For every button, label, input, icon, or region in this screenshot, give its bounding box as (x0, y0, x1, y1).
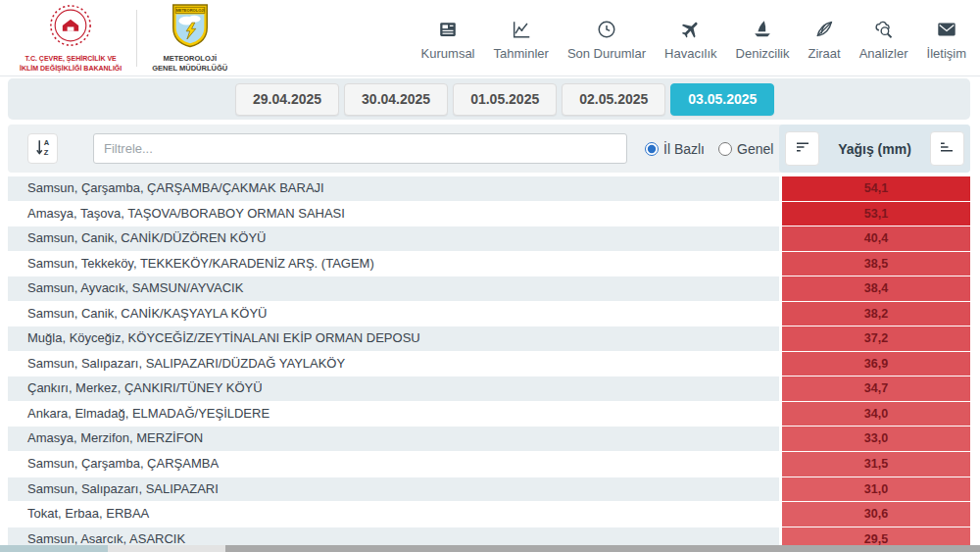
rainfall-value: 30,6 (782, 502, 970, 527)
station-name: Samsun, Canik, CANİK/DÜZÖREN KÖYÜ (8, 226, 779, 251)
nav-item-iletisim[interactable]: İletişim (927, 19, 966, 61)
rainfall-value: 38,2 (782, 302, 970, 326)
site-header: T.C. ÇEVRE, ŞEHİRCİLİK VE İKLİM DEĞİŞİKL… (0, 0, 980, 76)
scope-radio-group: İl BazlıGenel (645, 125, 773, 173)
horizontal-scrollbar (0, 545, 980, 552)
svg-text:Z: Z (43, 148, 48, 157)
mgm-name-line2: GENEL MÜDÜRLÜĞÜ (152, 64, 227, 74)
table-row: Samsun, Salıpazarı, SALIPAZARI31,0 (8, 477, 970, 502)
station-name: Amasya, Merzifon, MERZİFON (8, 427, 779, 451)
sort-alphabetical-button[interactable]: A Z (27, 133, 58, 164)
table-row: Amasya, Taşova, TAŞOVA/BORABOY ORMAN SAH… (8, 202, 970, 226)
table-row: Amasya, Merzifon, MERZİFON33,0 (8, 427, 970, 451)
station-name: Samsun, Tekkeköy, TEKKEKÖY/KARADENİZ ARŞ… (8, 252, 779, 276)
radio-label: İl Bazlı (663, 141, 705, 157)
radio-option-genel[interactable]: Genel (718, 141, 773, 157)
newspaper-icon (437, 19, 459, 40)
envelope-icon (936, 19, 957, 40)
rainfall-value: 36,9 (782, 352, 970, 376)
clock-icon (596, 19, 617, 40)
logo-divider (136, 10, 137, 67)
ministry-logo[interactable]: T.C. ÇEVRE, ŞEHİRCİLİK VE İKLİM DEĞİŞİKL… (20, 3, 122, 72)
rainfall-value: 54,1 (782, 176, 970, 201)
table-row: Samsun, Canik, CANİK/DÜZÖREN KÖYÜ40,4 (8, 226, 970, 251)
mgm-shield-icon: METEOROLOJİ (171, 3, 210, 52)
date-tab-30-04-2025[interactable]: 30.04.2025 (344, 83, 448, 116)
nav-item-label: Havacılık (664, 46, 716, 61)
scrollbar-thumb[interactable] (225, 545, 980, 552)
table-row: Samsun, Tekkeköy, TEKKEKÖY/KARADENİZ ARŞ… (8, 252, 970, 276)
value-column-label: Yağış (mm) (838, 141, 911, 157)
table-row: Ankara, Elmadağ, ELMADAĞ/YEŞİLDERE34,0 (8, 402, 970, 427)
date-tab-02-05-2025[interactable]: 02.05.2025 (562, 83, 665, 116)
radio-input-genel[interactable] (718, 142, 732, 156)
line-chart-icon (511, 19, 532, 40)
table-row: Samsun, Salıpazarı, SALIPAZARI/DÜZDAĞ YA… (8, 352, 970, 376)
nav-item-ziraat[interactable]: Ziraat (808, 19, 840, 61)
sort-ascending-button[interactable] (930, 131, 964, 166)
station-name: Muğla, Köyceğiz, KÖYCEĞİZ/ZEYTİNALANI EK… (8, 326, 779, 351)
sort-ascending-icon (938, 138, 956, 159)
rainfall-value: 31,0 (782, 477, 970, 502)
ministry-name-line1: T.C. ÇEVRE, ŞEHİRCİLİK VE (20, 54, 122, 63)
radio-label: Genel (737, 141, 773, 157)
filter-band: A Z İl BazlıGenel Yağış (mm) (8, 125, 970, 173)
mgm-name-line1: METEOROLOJİ (152, 54, 227, 64)
rainfall-value: 31,5 (782, 452, 970, 477)
scrollbar-corner (0, 545, 108, 552)
nav-item-denizcilik[interactable]: Denizcilik (736, 19, 790, 61)
nav-item-label: Ziraat (808, 46, 840, 61)
radio-input-il-bazli[interactable] (645, 142, 659, 156)
filter-input[interactable] (93, 133, 627, 164)
station-name: Samsun, Salıpazarı, SALIPAZARI/DÜZDAĞ YA… (8, 352, 779, 376)
nav-item-label: Son Durumlar (567, 46, 646, 61)
station-name: Samsun, Çarşamba, ÇARŞAMBA/ÇAKMAK BARAJI (8, 176, 779, 201)
nav-item-label: Denizcilik (736, 46, 790, 61)
svg-text:A: A (43, 138, 49, 147)
station-name: Samsun, Salıpazarı, SALIPAZARI (8, 477, 779, 502)
airplane-icon (680, 19, 702, 40)
date-tab-01-05-2025[interactable]: 01.05.2025 (453, 83, 557, 116)
table-row: Çankırı, Merkez, ÇANKIRI/TÜNEY KÖYÜ34,7 (8, 376, 970, 401)
date-tab-03-05-2025[interactable]: 03.05.2025 (670, 83, 774, 116)
wheat-icon (813, 19, 835, 40)
mgm-shield-text: METEOROLOJİ (175, 8, 204, 13)
station-table: Samsun, Çarşamba, ÇARŞAMBA/ÇAKMAK BARAJI… (8, 176, 970, 552)
rainfall-value: 38,4 (782, 276, 970, 301)
nav-item-havacilik[interactable]: Havacılık (664, 19, 716, 61)
rainfall-value: 33,0 (782, 427, 970, 451)
rainfall-value: 40,4 (782, 226, 970, 251)
table-row: Tokat, Erbaa, ERBAA30,6 (8, 502, 970, 527)
date-tab-29-04-2025[interactable]: 29.04.2025 (235, 83, 339, 116)
nav-item-kurumsal[interactable]: Kurumsal (421, 19, 475, 61)
nav-item-label: İletişim (927, 46, 966, 61)
station-name: Samsun, Çarşamba, ÇARŞAMBA (8, 452, 779, 477)
sort-alpha-icon: A Z (33, 137, 53, 160)
rainfall-value: 34,7 (782, 376, 970, 401)
station-name: Samsun, Ayvacık, SAMSUN/AYVACIK (8, 276, 779, 301)
sort-descending-button[interactable] (785, 131, 819, 166)
nav-item-son-durumlar[interactable]: Son Durumlar (567, 19, 646, 61)
logo-area: T.C. ÇEVRE, ŞEHİRCİLİK VE İKLİM DEĞİŞİKL… (20, 3, 227, 74)
station-name: Çankırı, Merkez, ÇANKIRI/TÜNEY KÖYÜ (8, 376, 779, 401)
nav-item-label: Tahminler (494, 46, 549, 61)
station-name: Amasya, Taşova, TAŞOVA/BORABOY ORMAN SAH… (8, 202, 779, 226)
rainfall-value: 53,1 (782, 202, 970, 226)
sailboat-icon (752, 19, 773, 40)
table-row: Muğla, Köyceğiz, KÖYCEĞİZ/ZEYTİNALANI EK… (8, 326, 970, 351)
table-row: Samsun, Ayvacık, SAMSUN/AYVACIK38,4 (8, 276, 970, 301)
mgm-logo[interactable]: METEOROLOJİ METEOROLOJİ GENEL MÜDÜRLÜĞÜ (152, 3, 227, 74)
radio-option-il-bazli[interactable]: İl Bazlı (645, 141, 705, 157)
station-name: Tokat, Erbaa, ERBAA (8, 502, 779, 527)
nav-item-label: Analizler (859, 46, 908, 61)
nav-item-tahminler[interactable]: Tahminler (494, 19, 549, 61)
table-row: Samsun, Çarşamba, ÇARŞAMBA/ÇAKMAK BARAJI… (8, 176, 970, 201)
station-name: Ankara, Elmadağ, ELMADAĞ/YEŞİLDERE (8, 402, 779, 427)
value-column-header: Yağış (mm) (779, 125, 970, 173)
rainfall-value: 34,0 (782, 402, 970, 427)
rainfall-value: 37,2 (782, 326, 970, 351)
date-tabs-band: 29.04.202530.04.202501.05.202502.05.2025… (8, 78, 970, 120)
nav-item-analizler[interactable]: Analizler (859, 19, 908, 61)
ministry-name-line2: İKLİM DEĞİŞİKLİĞİ BAKANLIĞI (20, 64, 122, 73)
table-row: Samsun, Çarşamba, ÇARŞAMBA31,5 (8, 452, 970, 477)
